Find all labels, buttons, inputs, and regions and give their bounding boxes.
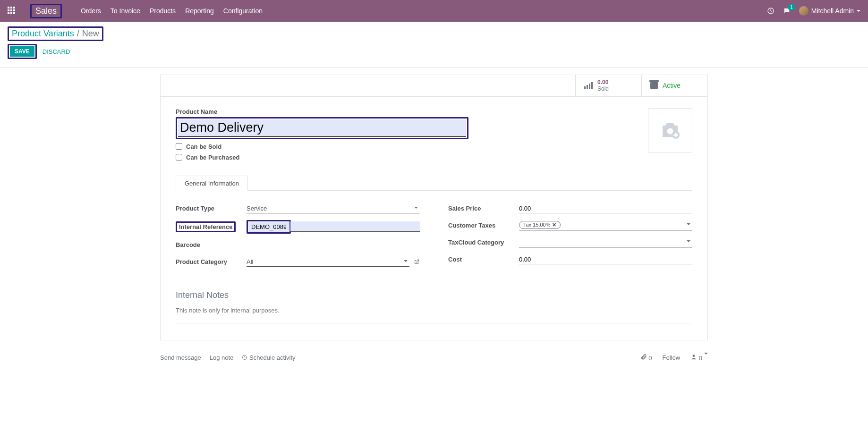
tax-tag-remove[interactable]: ✕ — [552, 222, 556, 228]
tabs: General Information — [176, 175, 692, 191]
archive-icon — [650, 82, 658, 89]
chevron-down-icon — [687, 223, 690, 225]
sub-header: Product Variants / New SAVE DISCARD — [0, 22, 868, 63]
cost-label: Cost — [448, 256, 519, 263]
chevron-down-icon — [704, 353, 708, 362]
breadcrumb-parent[interactable]: Product Variants — [12, 29, 74, 39]
can-be-purchased-label[interactable]: Can be Purchased — [186, 154, 239, 161]
nav-right: 1 Mitchell Admin — [767, 6, 860, 16]
product-name-block: Product Name — [176, 108, 692, 139]
product-type-select[interactable]: Service — [247, 204, 420, 213]
app-brand[interactable]: Sales — [30, 4, 62, 18]
nav-to-invoice[interactable]: To Invoice — [111, 7, 140, 15]
product-name-label: Product Name — [176, 108, 692, 115]
sold-label: Sold — [597, 85, 609, 92]
form-sheet: 0.00 Sold Active Product Name — [160, 75, 708, 340]
product-category-select[interactable]: All — [247, 257, 409, 267]
internal-reference-input[interactable] — [248, 222, 289, 232]
top-nav: Sales Orders To Invoice Products Reporti… — [0, 0, 868, 22]
nav-links: Orders To Invoice Products Reporting Con… — [81, 7, 263, 15]
product-category-label: Product Category — [176, 258, 247, 265]
nav-products[interactable]: Products — [150, 7, 176, 15]
save-button[interactable]: SAVE — [10, 46, 34, 57]
attachments-button[interactable]: 0 — [640, 354, 652, 362]
log-note-button[interactable]: Log note — [210, 354, 234, 361]
bars-icon — [584, 82, 593, 89]
chevron-down-icon — [857, 10, 860, 12]
can-be-sold-row: Can be Sold — [176, 143, 692, 150]
internal-notes-heading: Internal Notes — [176, 290, 692, 300]
breadcrumb: Product Variants / New — [8, 26, 103, 41]
discard-button[interactable]: DISCARD — [43, 48, 70, 55]
customer-taxes-label: Customer Taxes — [448, 222, 519, 229]
can-be-sold-checkbox[interactable] — [176, 143, 182, 150]
stat-active-button[interactable]: Active — [641, 75, 707, 96]
header-divider — [0, 68, 868, 68]
action-row: SAVE DISCARD — [8, 44, 860, 59]
stat-buttons: 0.00 Sold Active — [161, 75, 707, 97]
user-name: Mitchell Admin — [811, 7, 854, 15]
product-type-label: Product Type — [176, 205, 247, 212]
clock-icon — [242, 355, 247, 360]
nav-configuration[interactable]: Configuration — [223, 7, 263, 15]
product-name-input[interactable] — [178, 119, 466, 137]
active-label: Active — [663, 82, 681, 89]
attachment-icon — [640, 354, 647, 360]
internal-notes-input[interactable] — [176, 305, 692, 323]
cost-input[interactable] — [519, 255, 692, 264]
schedule-activity-button[interactable]: Schedule activity — [242, 354, 295, 361]
messages-icon[interactable]: 1 — [783, 7, 791, 15]
stat-sold-button[interactable]: 0.00 Sold — [575, 75, 641, 96]
barcode-input[interactable] — [247, 241, 420, 248]
taxcloud-category-label: TaxCloud Category — [448, 239, 519, 246]
internal-reference-label: Internal Reference — [176, 221, 236, 232]
send-message-button[interactable]: Send message — [160, 354, 201, 361]
tax-tag: Tax 15.00% ✕ — [519, 221, 561, 229]
breadcrumb-current: New — [82, 29, 99, 39]
apps-icon[interactable] — [8, 7, 16, 15]
user-menu[interactable]: Mitchell Admin — [799, 6, 860, 16]
messages-count: 1 — [788, 4, 795, 10]
chatter-bar: Send message Log note Schedule activity … — [155, 354, 713, 371]
product-image-upload[interactable] — [648, 108, 692, 152]
customer-taxes-field[interactable]: Tax 15.00% ✕ — [519, 220, 692, 231]
taxcloud-category-field[interactable] — [519, 237, 692, 248]
can-be-purchased-row: Can be Purchased — [176, 154, 692, 161]
tab-general-information[interactable]: General Information — [176, 176, 248, 191]
follow-button[interactable]: Follow — [663, 354, 681, 361]
clock-icon[interactable] — [767, 7, 774, 15]
can-be-purchased-checkbox[interactable] — [176, 154, 182, 161]
can-be-sold-label[interactable]: Can be Sold — [186, 143, 221, 150]
sales-price-label: Sales Price — [448, 205, 519, 212]
nav-reporting[interactable]: Reporting — [185, 7, 214, 15]
nav-orders[interactable]: Orders — [81, 7, 101, 15]
left-column: Product Type Service Internal Reference — [176, 203, 420, 273]
breadcrumb-sep: / — [77, 29, 79, 39]
right-column: Sales Price Customer Taxes Tax 15.00% ✕ — [448, 203, 692, 273]
sold-value: 0.00 — [597, 79, 609, 85]
avatar — [799, 6, 808, 16]
form-grid: Product Type Service Internal Reference — [176, 203, 692, 273]
svg-point-4 — [693, 355, 695, 357]
tax-tag-label: Tax 15.00% — [523, 222, 550, 228]
barcode-label: Barcode — [176, 241, 247, 248]
svg-point-1 — [667, 128, 673, 134]
chevron-down-icon — [687, 240, 690, 242]
followers-button[interactable]: 0 — [690, 354, 708, 362]
external-link-icon[interactable] — [413, 259, 420, 265]
person-icon — [690, 354, 697, 360]
camera-icon — [656, 119, 684, 142]
sales-price-input[interactable] — [519, 204, 692, 213]
